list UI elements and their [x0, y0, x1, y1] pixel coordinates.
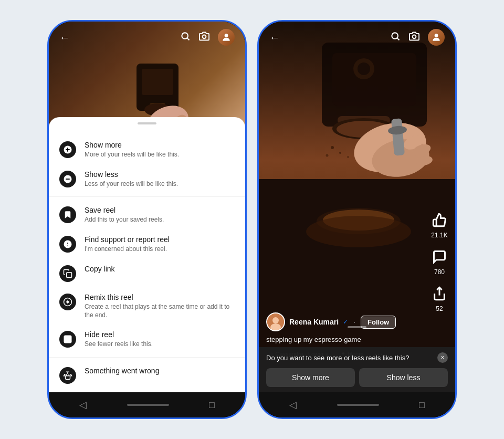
- header-right: ←: [259, 22, 455, 51]
- svg-point-54: [272, 317, 279, 323]
- bug-icon: [59, 367, 76, 384]
- remix-reel-text: Remix this reel Create a reel that plays…: [85, 292, 235, 319]
- prompt-show-less-button[interactable]: Show less: [359, 368, 448, 387]
- bottom-sheet: Show more More of your reels will be lik…: [49, 117, 245, 392]
- remix-reel-icon: [59, 294, 76, 310]
- header-icons: [180, 29, 235, 46]
- square-nav-icon[interactable]: □: [209, 400, 215, 411]
- share-count: 52: [436, 305, 443, 312]
- camera-icon[interactable]: [199, 31, 209, 44]
- remix-reel-item[interactable]: Remix this reel Create a reel that plays…: [49, 287, 245, 325]
- save-reel-item[interactable]: Save reel Add this to your saved reels.: [49, 200, 245, 229]
- prompt-question-row: Do you want to see more or less reels li…: [266, 352, 448, 363]
- svg-line-49: [397, 38, 400, 40]
- prompt-show-more-button[interactable]: Show more: [266, 368, 355, 387]
- user-avatar-left[interactable]: [218, 29, 235, 46]
- close-icon: ×: [440, 354, 444, 361]
- hide-reel-icon: [59, 331, 76, 348]
- user-avatar-right[interactable]: [428, 29, 445, 46]
- header-icons-right: [390, 29, 445, 46]
- user-row: Reena Kumari ✓ · Follow: [266, 312, 416, 331]
- sheet-section-3: Something went wrong: [49, 358, 245, 392]
- bottom-nav-right: ◁ □: [259, 392, 455, 417]
- hide-reel-item[interactable]: Hide reel See fewer reels like this.: [49, 325, 245, 354]
- copy-link-title: Copy link: [85, 264, 235, 274]
- sheet-section-1: Show more More of your reels will be lik…: [49, 132, 245, 197]
- show-more-item[interactable]: Show more More of your reels will be lik…: [49, 135, 245, 164]
- svg-point-22: [67, 301, 69, 304]
- home-bar-left[interactable]: [127, 404, 169, 406]
- like-count: 21.1K: [431, 232, 447, 239]
- back-nav-icon[interactable]: ◁: [79, 399, 87, 411]
- share-action[interactable]: 52: [430, 284, 449, 312]
- camera-icon-right[interactable]: [409, 31, 419, 44]
- copy-link-item[interactable]: Copy link: [49, 259, 245, 287]
- show-less-text: Show less Less of your reels will be lik…: [85, 170, 235, 189]
- show-more-icon: [59, 141, 76, 158]
- find-support-item[interactable]: Find support or report reel I'm concerne…: [49, 229, 245, 259]
- side-actions: 21.1K 780 52: [430, 211, 449, 312]
- prompt-bar: Do you want to see more or less reels li…: [259, 347, 455, 392]
- home-bar-right[interactable]: [337, 404, 379, 406]
- comment-icon: [430, 247, 449, 266]
- show-less-item[interactable]: Show less Less of your reels will be lik…: [49, 164, 245, 194]
- show-more-text: Show more More of your reels will be lik…: [85, 140, 235, 159]
- svg-rect-20: [67, 273, 72, 278]
- svg-point-40: [331, 146, 334, 149]
- svg-point-47: [306, 216, 411, 247]
- video-caption: stepping up my espresso game: [266, 336, 416, 343]
- follow-button[interactable]: Follow: [361, 316, 396, 329]
- comment-action[interactable]: 780: [430, 247, 449, 276]
- show-more-subtitle: More of your reels will be like this.: [85, 151, 235, 159]
- svg-point-8: [182, 33, 188, 39]
- prompt-close-button[interactable]: ×: [437, 352, 448, 363]
- find-support-subtitle: I'm concerned about this reel.: [85, 245, 235, 254]
- copy-link-icon: [59, 265, 76, 282]
- something-wrong-title: Something went wrong: [85, 366, 235, 375]
- search-icon-right[interactable]: [390, 31, 401, 44]
- copy-link-text: Copy link: [85, 264, 235, 274]
- save-reel-text: Save reel Add this to your saved reels.: [85, 205, 235, 224]
- svg-point-10: [203, 35, 206, 38]
- prompt-question-text: Do you want to see more or less reels li…: [266, 354, 409, 362]
- svg-point-42: [326, 154, 329, 157]
- prompt-buttons: Show more Show less: [266, 368, 448, 387]
- show-more-title: Show more: [85, 140, 235, 150]
- verified-icon: ✓: [343, 318, 348, 326]
- right-phone: ← 21.1K: [257, 20, 457, 419]
- like-action[interactable]: 21.1K: [430, 211, 449, 239]
- save-reel-icon: [59, 206, 76, 223]
- something-wrong-item[interactable]: Something went wrong: [49, 361, 245, 389]
- back-nav-icon-right[interactable]: ◁: [289, 399, 297, 411]
- reena-avatar[interactable]: [266, 312, 285, 331]
- find-support-title: Find support or report reel: [85, 235, 235, 244]
- svg-rect-27: [332, 53, 416, 106]
- hide-reel-title: Hide reel: [85, 330, 235, 339]
- back-button[interactable]: ←: [59, 32, 70, 44]
- svg-point-19: [67, 245, 68, 246]
- find-support-text: Find support or report reel I'm concerne…: [85, 235, 235, 254]
- search-icon[interactable]: [180, 31, 191, 44]
- svg-rect-1: [142, 69, 173, 95]
- svg-line-9: [187, 38, 190, 40]
- show-less-subtitle: Less of your reels will be like this.: [85, 180, 235, 189]
- bottom-nav-left: ◁ □: [49, 392, 245, 417]
- sheet-section-2: Save reel Add this to your saved reels. …: [49, 197, 245, 358]
- save-reel-subtitle: Add this to your saved reels.: [85, 216, 235, 224]
- hide-reel-text: Hide reel See fewer reels like this.: [85, 330, 235, 349]
- something-wrong-text: Something went wrong: [85, 366, 235, 375]
- square-nav-icon-right[interactable]: □: [419, 400, 425, 411]
- header-left: ←: [49, 22, 245, 51]
- find-support-icon: [59, 236, 76, 253]
- show-less-title: Show less: [85, 170, 235, 179]
- svg-point-51: [435, 34, 438, 37]
- svg-point-50: [413, 35, 416, 38]
- save-reel-title: Save reel: [85, 205, 235, 215]
- user-name: Reena Kumari: [289, 318, 339, 326]
- hide-reel-subtitle: See fewer reels like this.: [85, 340, 235, 349]
- remix-reel-title: Remix this reel: [85, 292, 235, 302]
- svg-point-43: [347, 156, 349, 158]
- back-button-right[interactable]: ←: [269, 32, 280, 44]
- share-icon: [430, 284, 449, 303]
- comment-count: 780: [434, 268, 445, 276]
